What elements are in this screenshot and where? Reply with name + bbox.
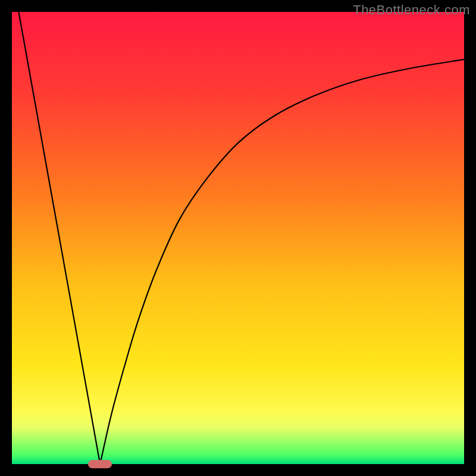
chart-frame: TheBottleneck.com bbox=[0, 0, 476, 476]
vertex-marker bbox=[88, 460, 112, 468]
watermark-text: TheBottleneck.com bbox=[353, 2, 470, 18]
plot-area bbox=[12, 12, 464, 464]
